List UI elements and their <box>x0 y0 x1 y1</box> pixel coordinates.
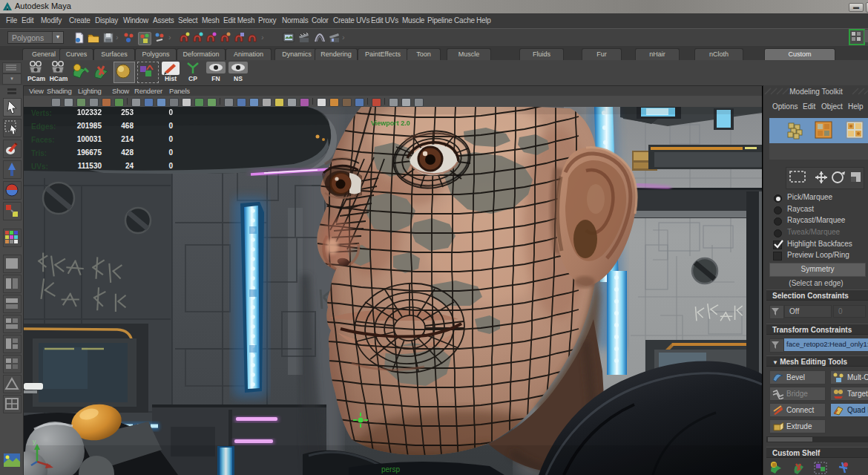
svg-text:y: y <box>33 438 36 445</box>
